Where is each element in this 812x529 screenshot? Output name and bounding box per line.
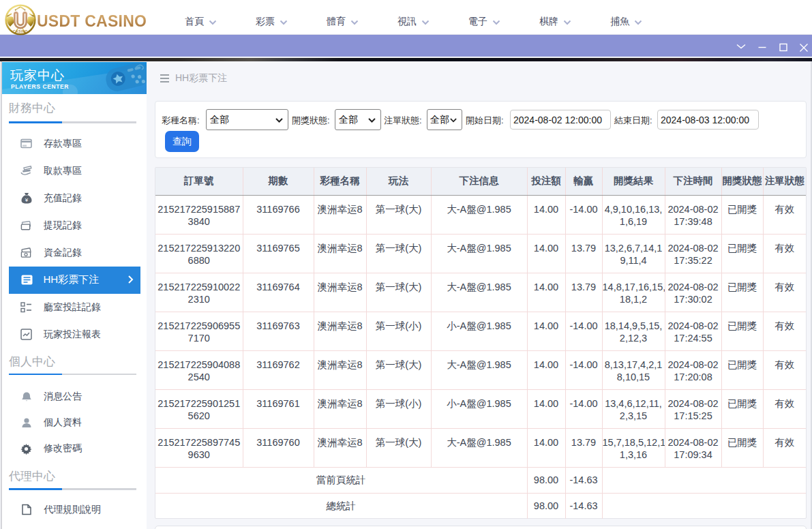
svg-text:CASINO: CASINO	[13, 29, 28, 33]
svg-text:¥: ¥	[24, 197, 28, 203]
